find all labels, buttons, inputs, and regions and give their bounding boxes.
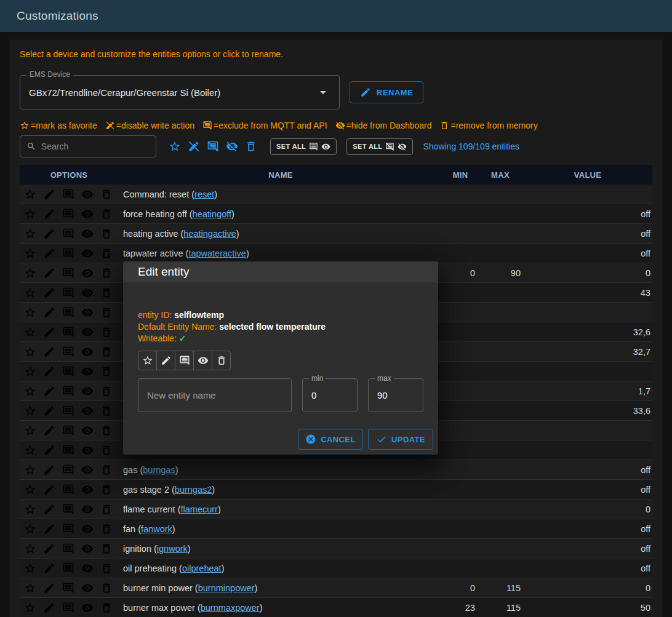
entity-shortname-link[interactable]: oilpreheat	[182, 563, 222, 573]
filter-remove-button[interactable]	[241, 137, 260, 156]
delete-icon[interactable]	[100, 326, 113, 338]
entity-shortname-link[interactable]: heatingoff	[193, 209, 231, 219]
favorite-icon[interactable]	[24, 346, 36, 358]
filter-favorite-button[interactable]	[165, 137, 184, 156]
favorite-icon[interactable]	[24, 385, 36, 397]
mqtt-exclude-icon[interactable]	[62, 365, 74, 378]
delete-icon[interactable]	[100, 503, 113, 515]
table-row[interactable]: tapwater active (tapwateractive) off	[20, 244, 652, 263]
toggle-delete-button[interactable]	[212, 351, 231, 370]
mqtt-exclude-icon[interactable]	[62, 346, 74, 358]
delete-icon[interactable]	[100, 582, 113, 594]
mqtt-exclude-icon[interactable]	[62, 464, 74, 476]
visibility-icon[interactable]	[81, 267, 94, 279]
visibility-icon[interactable]	[81, 247, 94, 260]
favorite-icon[interactable]	[24, 484, 36, 496]
edit-icon[interactable]	[43, 405, 55, 417]
edit-icon[interactable]	[43, 503, 55, 515]
edit-icon[interactable]	[43, 464, 55, 476]
mqtt-exclude-icon[interactable]	[62, 287, 74, 299]
visibility-icon[interactable]	[81, 543, 94, 555]
delete-icon[interactable]	[100, 444, 113, 456]
edit-icon[interactable]	[43, 424, 55, 437]
filter-exclude-mqtt-button[interactable]	[203, 137, 222, 156]
delete-icon[interactable]	[100, 405, 113, 417]
edit-icon[interactable]	[43, 582, 55, 594]
table-row[interactable]: flame current (flamecurr) 0	[20, 500, 652, 519]
delete-icon[interactable]	[100, 287, 113, 299]
ems-device-select[interactable]: EMS Device GBx72/Trendline/Cerapur/Green…	[20, 75, 340, 109]
edit-icon[interactable]	[43, 326, 55, 338]
max-input[interactable]	[369, 390, 423, 400]
favorite-icon[interactable]	[24, 543, 36, 555]
favorite-icon[interactable]	[24, 326, 36, 338]
visibility-icon[interactable]	[81, 424, 94, 437]
edit-icon[interactable]	[43, 208, 55, 220]
entity-shortname-link[interactable]: heatingactive	[183, 229, 236, 239]
set-all-hide-button[interactable]: SET ALL	[346, 138, 413, 155]
edit-icon[interactable]	[43, 188, 55, 201]
visibility-icon[interactable]	[81, 188, 94, 201]
update-button[interactable]: UPDATE	[368, 429, 433, 450]
delete-icon[interactable]	[100, 188, 113, 201]
table-row[interactable]: Command: reset (reset)	[20, 185, 652, 204]
table-row[interactable]: force heating off (heatingoff) off	[20, 204, 652, 224]
favorite-icon[interactable]	[24, 503, 36, 515]
favorite-icon[interactable]	[24, 306, 36, 319]
entity-shortname-link[interactable]: ignwork	[157, 544, 188, 554]
favorite-icon[interactable]	[24, 287, 36, 299]
mqtt-exclude-icon[interactable]	[62, 247, 74, 260]
mqtt-exclude-icon[interactable]	[62, 228, 74, 240]
mqtt-exclude-icon[interactable]	[62, 405, 74, 417]
delete-icon[interactable]	[100, 484, 113, 496]
visibility-icon[interactable]	[81, 208, 94, 220]
visibility-icon[interactable]	[81, 365, 94, 378]
entity-shortname-link[interactable]: reset	[194, 189, 214, 199]
visibility-icon[interactable]	[81, 484, 94, 496]
edit-icon[interactable]	[43, 247, 55, 260]
delete-icon[interactable]	[100, 562, 113, 575]
mqtt-exclude-icon[interactable]	[62, 543, 74, 555]
table-row[interactable]: burner max power (burnmaxpower) 23 115 5…	[20, 598, 652, 617]
visibility-icon[interactable]	[81, 405, 94, 417]
entity-shortname-link[interactable]: burngas2	[175, 485, 212, 495]
mqtt-exclude-icon[interactable]	[62, 602, 74, 614]
edit-icon[interactable]	[43, 365, 55, 378]
entity-shortname-link[interactable]: tapwateractive	[188, 249, 246, 258]
visibility-icon[interactable]	[81, 306, 94, 319]
delete-icon[interactable]	[100, 365, 113, 378]
search-field[interactable]	[20, 135, 156, 157]
visibility-icon[interactable]	[81, 326, 94, 338]
entity-shortname-link[interactable]: burnminpower	[198, 583, 255, 593]
delete-icon[interactable]	[100, 247, 113, 260]
toggle-visibility-button[interactable]	[193, 351, 212, 370]
favorite-icon[interactable]	[24, 365, 36, 378]
mqtt-exclude-icon[interactable]	[62, 424, 74, 437]
delete-icon[interactable]	[100, 424, 113, 437]
favorite-icon[interactable]	[24, 602, 36, 614]
favorite-icon[interactable]	[24, 228, 36, 240]
delete-icon[interactable]	[100, 306, 113, 319]
filter-disable-write-button[interactable]	[184, 137, 203, 156]
new-entity-name-input[interactable]	[138, 390, 291, 400]
visibility-icon[interactable]	[81, 523, 94, 535]
mqtt-exclude-icon[interactable]	[62, 306, 74, 319]
entity-shortname-link[interactable]: fanwork	[141, 524, 172, 534]
visibility-icon[interactable]	[81, 602, 94, 614]
edit-icon[interactable]	[43, 228, 55, 240]
mqtt-exclude-icon[interactable]	[62, 326, 74, 338]
table-row[interactable]: fan (fanwork) off	[20, 519, 652, 539]
favorite-icon[interactable]	[24, 208, 36, 220]
set-all-show-button[interactable]: SET ALL	[270, 138, 337, 155]
toggle-favorite-button[interactable]	[138, 351, 157, 370]
mqtt-exclude-icon[interactable]	[62, 385, 74, 397]
mqtt-exclude-icon[interactable]	[62, 523, 74, 535]
min-input[interactable]	[303, 390, 357, 400]
favorite-icon[interactable]	[24, 247, 36, 260]
edit-icon[interactable]	[43, 543, 55, 555]
mqtt-exclude-icon[interactable]	[62, 484, 74, 496]
visibility-icon[interactable]	[81, 562, 94, 575]
delete-icon[interactable]	[100, 464, 113, 476]
delete-icon[interactable]	[100, 385, 113, 397]
table-row[interactable]: ignition (ignwork) off	[20, 539, 652, 559]
